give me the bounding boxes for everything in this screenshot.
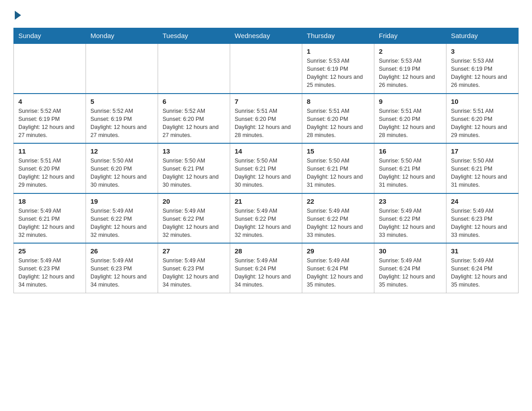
day-info: Sunrise: 5:49 AM Sunset: 6:22 PM Dayligh… [307,207,369,240]
calendar-cell: 25Sunrise: 5:49 AM Sunset: 6:23 PM Dayli… [14,243,86,293]
day-info: Sunrise: 5:49 AM Sunset: 6:24 PM Dayligh… [451,257,514,289]
day-info: Sunrise: 5:50 AM Sunset: 6:21 PM Dayligh… [307,157,369,189]
calendar-cell: 31Sunrise: 5:49 AM Sunset: 6:24 PM Dayli… [446,243,519,293]
calendar-cell: 17Sunrise: 5:50 AM Sunset: 6:21 PM Dayli… [446,143,519,193]
calendar-cell: 1Sunrise: 5:53 AM Sunset: 6:19 PM Daylig… [302,43,374,94]
day-info: Sunrise: 5:50 AM Sunset: 6:21 PM Dayligh… [379,157,442,189]
day-number: 10 [451,98,514,105]
week-row-2: 4Sunrise: 5:52 AM Sunset: 6:19 PM Daylig… [14,94,519,144]
calendar-cell: 15Sunrise: 5:50 AM Sunset: 6:21 PM Dayli… [302,143,374,193]
day-info: Sunrise: 5:51 AM Sunset: 6:20 PM Dayligh… [451,107,514,140]
day-number: 1 [307,47,369,55]
day-number: 17 [451,147,514,155]
day-info: Sunrise: 5:49 AM Sunset: 6:21 PM Dayligh… [18,207,81,240]
day-info: Sunrise: 5:53 AM Sunset: 6:19 PM Dayligh… [451,57,514,90]
day-number: 15 [307,147,369,155]
calendar-cell: 12Sunrise: 5:50 AM Sunset: 6:20 PM Dayli… [86,143,158,193]
calendar-cell: 9Sunrise: 5:51 AM Sunset: 6:20 PM Daylig… [374,94,446,144]
day-info: Sunrise: 5:51 AM Sunset: 6:20 PM Dayligh… [18,157,81,189]
day-number: 3 [451,47,514,55]
day-number: 23 [379,197,442,205]
day-number: 24 [451,197,514,205]
week-row-5: 25Sunrise: 5:49 AM Sunset: 6:23 PM Dayli… [14,243,519,293]
calendar-cell: 2Sunrise: 5:53 AM Sunset: 6:19 PM Daylig… [374,43,446,94]
logo-arrow-icon [15,11,21,20]
day-number: 30 [379,247,442,255]
day-number: 20 [163,197,225,205]
calendar-cell [86,43,158,94]
calendar-cell: 20Sunrise: 5:49 AM Sunset: 6:22 PM Dayli… [158,193,230,244]
day-info: Sunrise: 5:51 AM Sunset: 6:20 PM Dayligh… [379,107,442,140]
day-number: 25 [18,247,81,255]
day-number: 21 [235,197,297,205]
calendar-cell: 11Sunrise: 5:51 AM Sunset: 6:20 PM Dayli… [14,143,86,193]
calendar-cell: 8Sunrise: 5:51 AM Sunset: 6:20 PM Daylig… [302,94,374,144]
calendar-cell [158,43,230,94]
day-info: Sunrise: 5:49 AM Sunset: 6:24 PM Dayligh… [307,257,369,289]
day-info: Sunrise: 5:53 AM Sunset: 6:19 PM Dayligh… [379,57,442,90]
day-info: Sunrise: 5:49 AM Sunset: 6:24 PM Dayligh… [235,257,297,289]
day-info: Sunrise: 5:52 AM Sunset: 6:19 PM Dayligh… [90,107,153,140]
day-number: 18 [18,197,81,205]
week-row-1: 1Sunrise: 5:53 AM Sunset: 6:19 PM Daylig… [14,43,519,94]
calendar-cell: 16Sunrise: 5:50 AM Sunset: 6:21 PM Dayli… [374,143,446,193]
calendar-cell: 19Sunrise: 5:49 AM Sunset: 6:22 PM Dayli… [86,193,158,244]
day-number: 2 [379,47,442,55]
day-info: Sunrise: 5:49 AM Sunset: 6:22 PM Dayligh… [235,207,297,240]
day-number: 5 [90,98,153,105]
weekday-header-friday: Friday [374,28,446,44]
calendar-table: SundayMondayTuesdayWednesdayThursdayFrid… [13,28,519,293]
calendar-cell: 24Sunrise: 5:49 AM Sunset: 6:23 PM Dayli… [446,193,519,244]
day-info: Sunrise: 5:49 AM Sunset: 6:24 PM Dayligh… [379,257,442,289]
calendar-cell: 26Sunrise: 5:49 AM Sunset: 6:23 PM Dayli… [86,243,158,293]
day-info: Sunrise: 5:50 AM Sunset: 6:21 PM Dayligh… [235,157,297,189]
day-number: 28 [235,247,297,255]
weekday-header-thursday: Thursday [302,28,374,44]
weekday-header-monday: Monday [86,28,158,44]
calendar-cell: 22Sunrise: 5:49 AM Sunset: 6:22 PM Dayli… [302,193,374,244]
calendar-cell: 29Sunrise: 5:49 AM Sunset: 6:24 PM Dayli… [302,243,374,293]
calendar-cell: 27Sunrise: 5:49 AM Sunset: 6:23 PM Dayli… [158,243,230,293]
day-info: Sunrise: 5:49 AM Sunset: 6:23 PM Dayligh… [18,257,81,289]
day-info: Sunrise: 5:51 AM Sunset: 6:20 PM Dayligh… [307,107,369,140]
day-info: Sunrise: 5:52 AM Sunset: 6:20 PM Dayligh… [163,107,225,140]
calendar-cell [230,43,302,94]
day-info: Sunrise: 5:50 AM Sunset: 6:21 PM Dayligh… [451,157,514,189]
weekday-header-tuesday: Tuesday [158,28,230,44]
calendar-cell [14,43,86,94]
page-header [13,9,519,20]
week-row-4: 18Sunrise: 5:49 AM Sunset: 6:21 PM Dayli… [14,193,519,244]
day-number: 22 [307,197,369,205]
day-info: Sunrise: 5:51 AM Sunset: 6:20 PM Dayligh… [235,107,297,140]
weekday-header-row: SundayMondayTuesdayWednesdayThursdayFrid… [14,28,519,44]
calendar-cell: 4Sunrise: 5:52 AM Sunset: 6:19 PM Daylig… [14,94,86,144]
calendar-cell: 10Sunrise: 5:51 AM Sunset: 6:20 PM Dayli… [446,94,519,144]
day-number: 19 [90,197,153,205]
day-number: 14 [235,147,297,155]
calendar-cell: 21Sunrise: 5:49 AM Sunset: 6:22 PM Dayli… [230,193,302,244]
calendar-cell: 18Sunrise: 5:49 AM Sunset: 6:21 PM Dayli… [14,193,86,244]
calendar-cell: 3Sunrise: 5:53 AM Sunset: 6:19 PM Daylig… [446,43,519,94]
calendar-cell: 23Sunrise: 5:49 AM Sunset: 6:22 PM Dayli… [374,193,446,244]
day-info: Sunrise: 5:49 AM Sunset: 6:23 PM Dayligh… [90,257,153,289]
day-number: 6 [163,98,225,105]
day-info: Sunrise: 5:49 AM Sunset: 6:22 PM Dayligh… [163,207,225,240]
day-number: 31 [451,247,514,255]
day-info: Sunrise: 5:49 AM Sunset: 6:23 PM Dayligh… [163,257,225,289]
day-info: Sunrise: 5:49 AM Sunset: 6:23 PM Dayligh… [451,207,514,240]
day-number: 12 [90,147,153,155]
day-number: 16 [379,147,442,155]
logo [13,9,21,20]
day-number: 4 [18,98,81,105]
calendar-cell: 13Sunrise: 5:50 AM Sunset: 6:21 PM Dayli… [158,143,230,193]
weekday-header-sunday: Sunday [14,28,86,44]
calendar-cell: 5Sunrise: 5:52 AM Sunset: 6:19 PM Daylig… [86,94,158,144]
day-info: Sunrise: 5:53 AM Sunset: 6:19 PM Dayligh… [307,57,369,90]
calendar-cell: 30Sunrise: 5:49 AM Sunset: 6:24 PM Dayli… [374,243,446,293]
weekday-header-saturday: Saturday [446,28,519,44]
day-info: Sunrise: 5:52 AM Sunset: 6:19 PM Dayligh… [18,107,81,140]
day-number: 26 [90,247,153,255]
day-number: 13 [163,147,225,155]
day-number: 29 [307,247,369,255]
day-info: Sunrise: 5:50 AM Sunset: 6:21 PM Dayligh… [163,157,225,189]
